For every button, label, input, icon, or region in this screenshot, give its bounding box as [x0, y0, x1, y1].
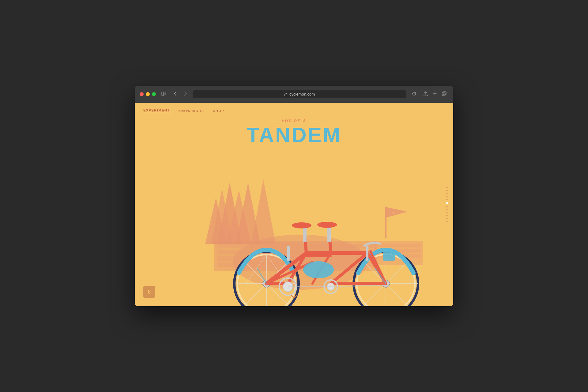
hero-subtitle: YOU'RE A [135, 119, 453, 123]
hero-text: YOU'RE A TANDEM [135, 119, 453, 145]
new-tab-button[interactable] [431, 90, 439, 98]
svg-rect-8 [443, 92, 446, 95]
browser-actions [422, 90, 448, 99]
url-text: cyclemon.com [289, 92, 315, 96]
website-page: EXPERIMENT KNOW MORE SHOP YOU'RE A TANDE… [135, 103, 453, 306]
traffic-lights [140, 92, 156, 96]
dot-10[interactable] [446, 215, 448, 217]
forward-button[interactable] [182, 90, 189, 99]
svg-rect-20 [217, 244, 374, 248]
share-button[interactable] [422, 90, 430, 99]
dot-4[interactable] [446, 196, 448, 198]
page-dots-nav [446, 187, 448, 223]
dot-3[interactable] [446, 193, 448, 194]
dot-6-active[interactable] [446, 202, 448, 204]
svg-rect-63 [366, 246, 368, 261]
maximize-button[interactable] [152, 92, 156, 96]
nav-shop[interactable]: SHOP [213, 109, 224, 113]
dot-2[interactable] [446, 190, 448, 191]
nav-experiment[interactable]: EXPERIMENT [143, 108, 170, 113]
dot-8[interactable] [446, 209, 448, 210]
dot-9[interactable] [446, 212, 448, 213]
svg-rect-7 [442, 92, 445, 96]
svg-marker-17 [386, 207, 407, 218]
minimize-button[interactable] [146, 92, 150, 96]
close-button[interactable] [140, 92, 144, 96]
hero-title: TANDEM [135, 124, 453, 145]
dot-12[interactable] [446, 221, 448, 223]
site-logo[interactable]: € [143, 286, 155, 298]
tab-overview-button[interactable] [440, 90, 448, 98]
dot-5[interactable] [446, 199, 448, 201]
reload-button[interactable] [410, 90, 418, 98]
back-button[interactable] [172, 90, 179, 99]
svg-point-74 [303, 261, 334, 278]
svg-rect-67 [287, 246, 290, 261]
scroll-down-arrow[interactable] [290, 293, 298, 300]
nav-know-more[interactable]: KNOW MORE [179, 109, 204, 113]
browser-chrome: cyclemon.com [135, 86, 453, 103]
svg-text:♥: ♥ [393, 211, 394, 214]
svg-point-61 [292, 222, 311, 228]
svg-rect-4 [285, 94, 287, 96]
address-bar[interactable]: cyclemon.com [193, 90, 406, 98]
dot-11[interactable] [446, 218, 448, 220]
browser-window: cyclemon.com [135, 86, 453, 306]
svg-point-62 [317, 222, 337, 228]
svg-line-73 [331, 285, 386, 287]
site-nav: EXPERIMENT KNOW MORE SHOP [135, 103, 453, 119]
svg-rect-25 [377, 244, 421, 247]
dot-7[interactable] [446, 206, 448, 207]
dot-1[interactable] [446, 187, 448, 188]
svg-rect-60 [327, 225, 331, 242]
svg-rect-0 [162, 92, 164, 96]
svg-marker-15 [251, 179, 276, 244]
sidebar-toggle-button[interactable] [160, 90, 168, 98]
